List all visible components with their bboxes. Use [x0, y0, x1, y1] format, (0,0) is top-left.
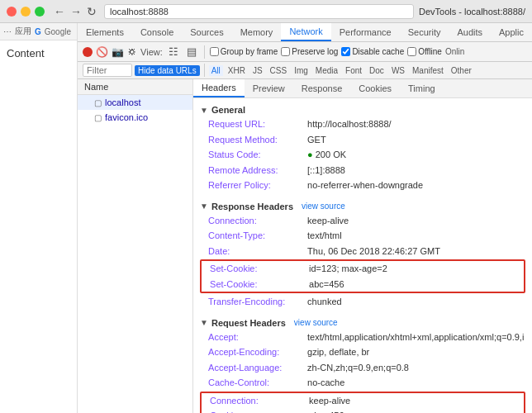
status-indicator: ● — [307, 148, 313, 162]
req-accept-row: Accept: text/html,application/xhtml+xml,… — [200, 330, 525, 345]
type-img-button[interactable]: Img — [292, 65, 311, 76]
status-code-value: 200 OK — [316, 148, 346, 162]
type-doc-button[interactable]: Doc — [367, 65, 387, 76]
network-filter-bar: Hide data URLs All XHR JS CSS Img Media … — [78, 62, 532, 79]
resp-date-name: Date: — [208, 244, 307, 259]
resp-connection-row: Connection: keep-alive — [200, 213, 525, 229]
response-headers-arrow: ▼ — [200, 202, 208, 211]
status-code-name: Status Code: — [208, 148, 307, 162]
devtools-panel: Elements Console Sources Memory Network … — [78, 23, 532, 413]
preserve-log-label[interactable]: Preserve log — [281, 47, 338, 56]
offline-label[interactable]: Offline — [407, 47, 442, 56]
general-arrow: ▼ — [200, 106, 208, 115]
type-js-button[interactable]: JS — [250, 65, 265, 76]
request-url-row: Request URL: http://localhost:8888/ — [200, 116, 525, 132]
file-icon: ▢ — [94, 98, 102, 107]
offline-checkbox[interactable] — [407, 47, 416, 56]
file-list-header: Name — [78, 79, 192, 95]
type-other-button[interactable]: Other — [449, 65, 474, 76]
disable-cache-checkbox[interactable] — [341, 47, 350, 56]
tab-sources[interactable]: Sources — [182, 23, 231, 41]
tab-console[interactable]: Console — [132, 23, 182, 41]
hide-data-urls-button[interactable]: Hide data URLs — [135, 65, 200, 76]
record-button[interactable] — [83, 47, 93, 57]
maximize-button[interactable] — [35, 7, 45, 17]
view-label: View: — [140, 47, 163, 57]
req-accept-name: Accept: — [208, 330, 307, 344]
preserve-log-checkbox[interactable] — [281, 47, 290, 56]
referrer-policy-name: Referrer Policy: — [208, 178, 307, 192]
filter-icon: ⛭ — [127, 46, 137, 58]
favicon-icon: ▢ — [94, 113, 102, 122]
set-cookie-highlighted-group: Set-Cookie: id=123; max-age=2 Set-Cookie… — [200, 259, 525, 293]
close-button[interactable] — [7, 7, 17, 17]
req-accept-encoding-row: Accept-Encoding: gzip, deflate, br — [200, 344, 525, 360]
req-accept-language-name: Accept-Language: — [208, 361, 307, 375]
sub-tab-timing[interactable]: Timing — [400, 79, 444, 97]
resp-connection-name: Connection: — [208, 214, 307, 228]
type-xhr-button[interactable]: XHR — [226, 65, 248, 76]
reload-button[interactable]: ↻ — [84, 5, 99, 18]
response-view-source-link[interactable]: view source — [302, 202, 345, 211]
general-section-header[interactable]: ▼ General — [200, 102, 525, 116]
network-toolbar: 🚫 📷 ⛭ View: ☷ ▤ Group by frame Preserve … — [78, 42, 532, 62]
general-label: General — [211, 105, 245, 115]
type-ws-button[interactable]: WS — [389, 65, 407, 76]
file-item-favicon[interactable]: ▢ favicon.ico — [78, 110, 192, 125]
online-label: Onlin — [445, 47, 464, 56]
request-headers-section-header[interactable]: ▼ Request Headers view source — [200, 315, 525, 330]
minimize-button[interactable] — [21, 7, 31, 17]
req-cache-control-value: no-cache — [307, 376, 344, 390]
type-font-button[interactable]: Font — [343, 65, 364, 76]
response-headers-section-header[interactable]: ▼ Response Headers view source — [200, 198, 525, 213]
filter-input[interactable] — [83, 64, 132, 77]
headers-content: ▼ General Request URL: http://localhost:… — [193, 98, 532, 413]
list-view-button[interactable]: ☷ — [166, 44, 181, 59]
main-layout: ⋯ 应用 G Google Content Elements Console S… — [0, 23, 532, 413]
clear-button[interactable]: 🚫 — [96, 46, 108, 58]
window-title: DevTools - localhost:8888/ — [419, 7, 525, 17]
type-css-button[interactable]: CSS — [268, 65, 290, 76]
url-bar[interactable] — [104, 4, 414, 19]
resp-date-row: Date: Thu, 06 Dec 2018 22:46:27 GMT — [200, 244, 525, 259]
resp-content-type-value: text/html — [307, 229, 342, 243]
tab-network[interactable]: Network — [281, 23, 330, 41]
request-view-source-link[interactable]: view source — [294, 318, 338, 327]
separator-2 — [204, 64, 205, 77]
forward-button[interactable]: → — [68, 5, 84, 18]
tab-memory[interactable]: Memory — [232, 23, 282, 41]
apps-icon[interactable]: ⋯ — [3, 27, 12, 36]
request-url-name: Request URL: — [208, 117, 307, 131]
favicon-item-label: favicon.ico — [105, 112, 148, 122]
group-view-button[interactable]: ▤ — [184, 44, 199, 59]
req-cookie-name: Cookie: — [210, 409, 309, 413]
google-text: Google — [45, 27, 71, 36]
type-all-button[interactable]: All — [209, 65, 223, 76]
disable-cache-label[interactable]: Disable cache — [341, 47, 404, 56]
sub-tab-cookies[interactable]: Cookies — [350, 79, 400, 97]
content-label: Content — [7, 47, 45, 59]
resp-set-cookie-1-value: id=123; max-age=2 — [309, 262, 387, 276]
type-manifest-button[interactable]: Manifest — [410, 65, 446, 76]
sub-tab-response[interactable]: Response — [293, 79, 351, 97]
request-method-row: Request Method: GET — [200, 132, 525, 148]
req-cache-control-row: Cache-Control: no-cache — [200, 375, 525, 391]
tab-applic[interactable]: Applic — [491, 23, 532, 41]
req-accept-language-row: Accept-Language: zh-CN,zh;q=0.9,en;q=0.8 — [200, 360, 525, 376]
network-content: Name ▢ localhost ▢ favicon.ico Headers P… — [78, 79, 532, 413]
type-media-button[interactable]: Media — [313, 65, 340, 76]
resp-set-cookie-2-value: abc=456 — [309, 278, 344, 292]
req-accept-encoding-value: gzip, deflate, br — [307, 345, 369, 359]
group-by-frame-checkbox[interactable] — [210, 47, 219, 56]
sub-tab-headers[interactable]: Headers — [193, 79, 245, 97]
back-button[interactable]: ← — [51, 5, 68, 18]
sub-tab-preview[interactable]: Preview — [245, 79, 293, 97]
response-headers-label: Response Headers — [211, 202, 293, 211]
tab-performance[interactable]: Performance — [331, 23, 400, 41]
file-item-localhost[interactable]: ▢ localhost — [78, 95, 192, 110]
group-by-frame-label[interactable]: Group by frame — [210, 47, 278, 56]
referrer-policy-row: Referrer Policy: no-referrer-when-downgr… — [200, 178, 525, 193]
tab-security[interactable]: Security — [400, 23, 449, 41]
tab-audits[interactable]: Audits — [449, 23, 491, 41]
tab-elements[interactable]: Elements — [78, 23, 132, 41]
